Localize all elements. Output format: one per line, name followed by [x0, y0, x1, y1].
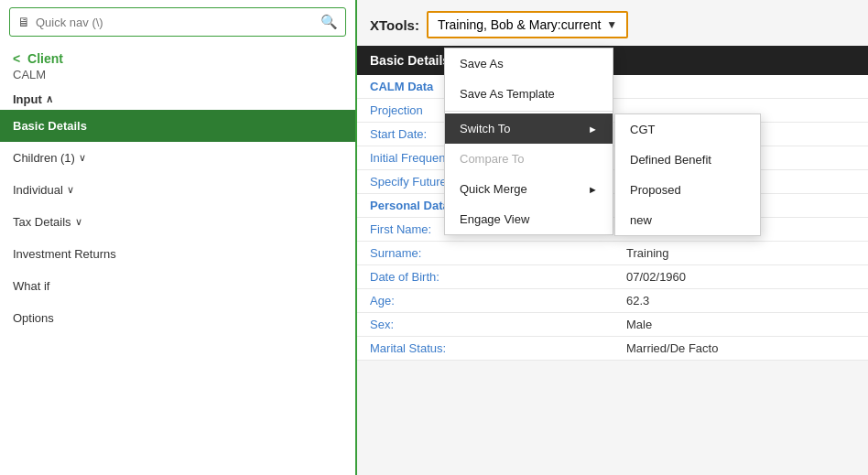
client-section: < Client CALM [0, 44, 355, 85]
scenario-dropdown[interactable]: Training, Bob & Mary:current ▼ [427, 11, 628, 38]
sidebar: 🖥 🔍 < Client CALM Input ∧ Basic Details … [0, 0, 357, 475]
chevron-down-icon: ∨ [75, 216, 82, 228]
main-content: XTools: Training, Bob & Mary:current ▼ B… [357, 0, 868, 475]
sex-value-cell: Male [613, 313, 868, 337]
marital-label-cell: Marital Status: [357, 337, 613, 361]
submenu-arrow-icon: ► [588, 184, 598, 195]
switch-to-submenu: CGT Defined Benefit Proposed new [614, 113, 761, 236]
chevron-down-icon: ∨ [79, 152, 86, 164]
marital-value-cell: Married/De Facto [613, 337, 868, 361]
sidebar-item-label: Individual [13, 183, 63, 197]
save-as-template-menu-item[interactable]: Save As Template [445, 79, 613, 109]
input-chevron-icon: ∧ [46, 93, 53, 105]
submenu-item-defined-benefit[interactable]: Defined Benefit [615, 145, 760, 175]
sidebar-item-label: What if [13, 279, 49, 293]
submenu-item-new[interactable]: new [615, 205, 760, 235]
dropdown-menu: Save As Save As Template Switch To ► CGT… [444, 48, 613, 235]
quick-merge-menu-item[interactable]: Quick Merge ► [445, 174, 613, 204]
submenu-item-cgt[interactable]: CGT [615, 114, 760, 145]
submenu-arrow-icon: ► [588, 124, 598, 135]
engage-view-label: Engage View [460, 212, 529, 226]
chevron-down-icon: ∨ [67, 184, 74, 196]
input-label: Input [13, 92, 42, 106]
submenu-item-proposed[interactable]: Proposed [615, 175, 760, 205]
personal-data-label: Personal Data [370, 199, 450, 212]
sidebar-item-tax-details[interactable]: Tax Details ∨ [0, 206, 355, 238]
menu-divider [445, 111, 613, 112]
dob-label-cell: Date of Birth: [357, 265, 613, 289]
table-row: Surname: Training [357, 242, 868, 265]
table-row: Date of Birth: 07/02/1960 [357, 265, 868, 289]
xtools-label: XTools: [370, 17, 419, 33]
calm-label: CALM [13, 68, 342, 81]
dob-value-cell: 07/02/1960 [613, 265, 868, 289]
input-section-header[interactable]: Input ∧ [0, 85, 355, 110]
sidebar-item-what-if[interactable]: What if [0, 270, 355, 302]
age-label-cell: Age: [357, 289, 613, 313]
nav-items-list: Basic Details Children (1) ∨ Individual … [0, 110, 355, 475]
dropdown-arrow-icon: ▼ [606, 18, 617, 31]
save-as-template-label: Save As Template [460, 87, 555, 101]
sidebar-item-label: Investment Returns [13, 247, 116, 261]
compare-to-menu-item: Compare To [445, 144, 613, 174]
sidebar-item-label: Tax Details [13, 215, 71, 229]
monitor-icon: 🖥 [17, 15, 30, 29]
scenario-name: Training, Bob & Mary:current [438, 17, 601, 32]
age-value-cell: 62.3 [613, 289, 868, 313]
quick-nav-container: 🖥 🔍 [9, 7, 346, 37]
sidebar-item-label: Options [13, 311, 54, 325]
search-icon[interactable]: 🔍 [320, 14, 338, 30]
switch-to-menu-item[interactable]: Switch To ► CGT Defined Benefit Proposed… [445, 113, 613, 144]
surname-value-cell: Training [613, 242, 868, 265]
quick-merge-label: Quick Merge [460, 182, 527, 196]
main-header: XTools: Training, Bob & Mary:current ▼ [357, 0, 868, 46]
switch-to-label: Switch To [460, 122, 510, 135]
save-as-menu-item[interactable]: Save As [445, 49, 613, 79]
table-row: Age: 62.3 [357, 289, 868, 313]
sidebar-item-basic-details[interactable]: Basic Details [0, 110, 355, 142]
quick-nav-input[interactable] [36, 16, 320, 29]
section-title: Basic Details [370, 53, 450, 68]
surname-label-cell: Surname: [357, 242, 613, 265]
back-chevron-icon: < [13, 51, 20, 66]
sidebar-item-children[interactable]: Children (1) ∨ [0, 142, 355, 174]
save-as-label: Save As [460, 57, 504, 70]
table-row: Marital Status: Married/De Facto [357, 337, 868, 361]
client-back-link[interactable]: < Client [13, 51, 342, 66]
sidebar-item-label: Basic Details [13, 119, 87, 133]
sex-label-cell: Sex: [357, 313, 613, 337]
sidebar-item-investment-returns[interactable]: Investment Returns [0, 238, 355, 270]
sidebar-item-individual[interactable]: Individual ∨ [0, 174, 355, 206]
compare-to-label: Compare To [460, 152, 525, 166]
engage-view-menu-item[interactable]: Engage View [445, 204, 613, 234]
client-label: Client [27, 51, 63, 66]
sidebar-item-label: Children (1) [13, 151, 75, 165]
sidebar-item-options[interactable]: Options [0, 302, 355, 334]
table-row: Sex: Male [357, 313, 868, 337]
